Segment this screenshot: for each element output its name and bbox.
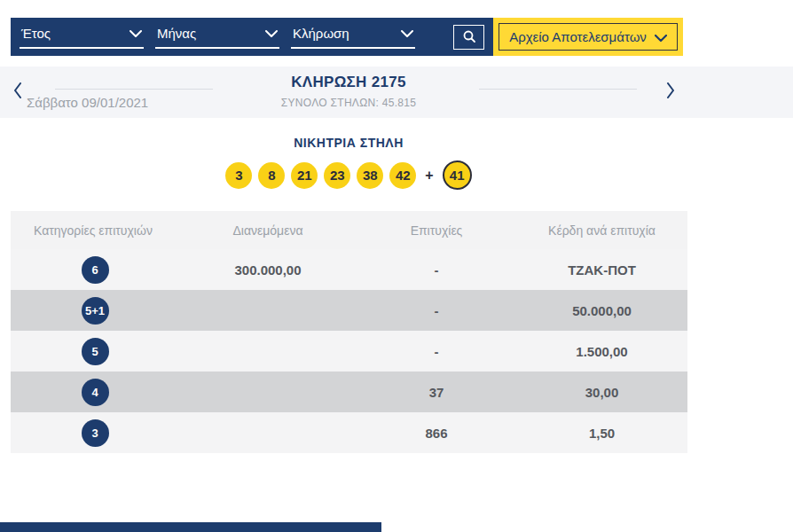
plus-separator: + — [425, 168, 433, 184]
chevron-right-icon — [666, 82, 675, 101]
table-row: 3 866 1,50 — [11, 412, 687, 453]
draw-date: Σάββατο 09/01/2021 — [27, 95, 148, 110]
hits-value: 866 — [357, 426, 516, 441]
table-header-row: Κατηγορίες επιτυχιών Διανεμόμενα Επιτυχί… — [11, 211, 687, 249]
category-badge: 5+1 — [82, 297, 109, 325]
month-dropdown-label: Μήνας — [157, 27, 196, 40]
category-badge: 4 — [82, 379, 109, 406]
prize-value: 50.000,00 — [516, 303, 687, 318]
draw-header: ΚΛΗΡΩΣΗ 2175 ΣΥΝΟΛΟ ΣΤΗΛΩΝ: 45.815 — [222, 74, 475, 109]
chevron-down-icon — [130, 25, 142, 41]
divider-line — [479, 89, 637, 90]
draw-navigation-band: Σάββατο 09/01/2021 ΚΛΗΡΩΣΗ 2175 ΣΥΝΟΛΟ Σ… — [0, 66, 793, 118]
prize-value: 1,50 — [516, 426, 687, 441]
header-categories: Κατηγορίες επιτυχιών — [11, 223, 179, 238]
draw-dropdown[interactable]: Κλήρωση — [291, 25, 415, 49]
winning-column-title: ΝΙΚΗΤΡΙΑ ΣΤΗΛΗ — [0, 136, 697, 150]
winning-number-ball: 3 — [225, 162, 252, 189]
bonus-number-ball: 41 — [443, 160, 472, 190]
winning-number-ball: 21 — [291, 162, 318, 189]
table-row: 6 300.000,00 - ΤΖΑΚ-ΠΟΤ — [11, 249, 687, 290]
draw-columns-total: ΣΥΝΟΛΟ ΣΤΗΛΩΝ: 45.815 — [222, 97, 475, 109]
winning-number-ball: 8 — [258, 162, 285, 189]
chevron-down-icon — [655, 29, 667, 44]
draw-dropdown-label: Κλήρωση — [293, 27, 349, 40]
winning-numbers: 3 8 21 23 38 42 + 41 — [0, 160, 697, 190]
dropdown-underline — [155, 47, 279, 49]
table-body: 6 300.000,00 - ΤΖΑΚ-ΠΟΤ 5+1 - 50.000,00 … — [11, 249, 687, 453]
archive-section: Αρχείο Αποτελεσμάτων — [493, 18, 683, 56]
prize-value: 30,00 — [516, 385, 687, 400]
hits-value: - — [357, 262, 516, 278]
filter-toolbar: Έτος Μήνας Κλήρωση — [11, 18, 683, 56]
category-badge: 6 — [82, 256, 109, 284]
divider-line — [55, 89, 213, 90]
search-icon — [462, 29, 476, 46]
year-dropdown-label: Έτος — [21, 27, 51, 40]
prize-value: ΤΖΑΚ-ΠΟΤ — [516, 262, 687, 278]
chevron-down-icon — [401, 25, 413, 41]
winning-number-ball: 38 — [357, 162, 383, 189]
hits-value: - — [357, 344, 516, 359]
header-prize: Κέρδη ανά επιτυχία — [516, 223, 687, 238]
filter-toolbar-navy-section: Έτος Μήνας Κλήρωση — [11, 18, 493, 56]
winning-number-ball: 42 — [389, 162, 416, 189]
draw-title: ΚΛΗΡΩΣΗ 2175 — [222, 74, 475, 91]
hits-value: - — [357, 303, 516, 318]
category-badge: 5 — [82, 338, 109, 365]
results-table: Κατηγορίες επιτυχιών Διανεμόμενα Επιτυχί… — [11, 211, 687, 453]
category-badge: 3 — [82, 419, 109, 447]
distributed-value: 300.000,00 — [179, 262, 357, 278]
archive-results-button[interactable]: Αρχείο Αποτελεσμάτων — [499, 23, 678, 51]
year-dropdown[interactable]: Έτος — [20, 25, 144, 49]
table-row: 5+1 - 50.000,00 — [11, 290, 687, 331]
chevron-down-icon — [265, 25, 278, 41]
header-distributed: Διανεμόμενα — [179, 223, 357, 238]
table-row: 5 - 1.500,00 — [11, 331, 687, 372]
winning-number-ball: 23 — [324, 162, 350, 189]
search-button[interactable] — [453, 25, 484, 50]
prize-value: 1.500,00 — [516, 344, 687, 359]
previous-draw-button[interactable] — [11, 81, 25, 102]
hits-value: 37 — [357, 385, 516, 400]
table-row: 4 37 30,00 — [11, 372, 687, 412]
dropdown-underline — [291, 47, 415, 49]
archive-results-button-label: Αρχείο Αποτελεσμάτων — [509, 29, 647, 44]
chevron-left-icon — [13, 82, 22, 101]
next-draw-button[interactable] — [663, 81, 678, 102]
month-dropdown[interactable]: Μήνας — [155, 25, 279, 49]
dropdown-underline — [20, 47, 144, 49]
footer-bar — [0, 522, 381, 532]
header-hits: Επιτυχίες — [357, 223, 516, 238]
